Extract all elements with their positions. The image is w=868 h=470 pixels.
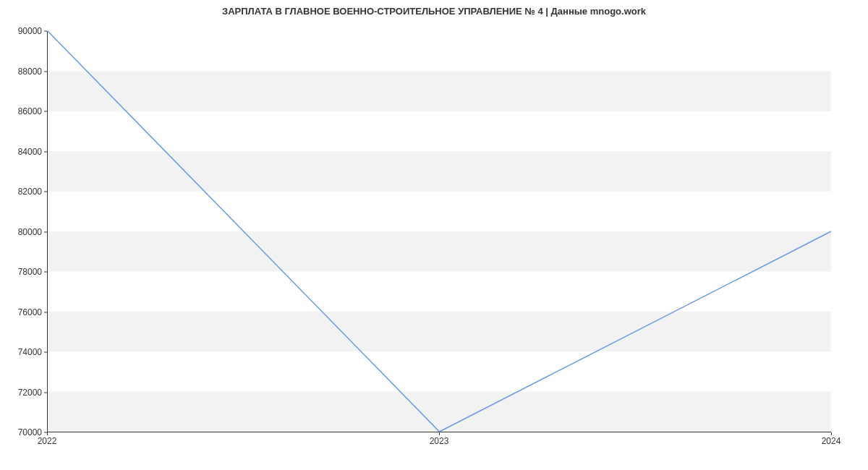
y-tick-mark <box>44 392 47 393</box>
x-tick-mark <box>439 432 440 435</box>
grid-bands <box>48 71 831 432</box>
y-tick-mark <box>44 352 47 353</box>
y-tick-mark <box>44 31 47 32</box>
y-tick-mark <box>44 272 47 273</box>
y-tick-label: 78000 <box>18 267 42 277</box>
y-tick-label: 86000 <box>18 106 42 116</box>
y-tick-mark <box>44 231 47 232</box>
y-tick-label: 80000 <box>18 227 42 237</box>
chart-title: ЗАРПЛАТА В ГЛАВНОЕ ВОЕННО-СТРОИТЕЛЬНОЕ У… <box>0 6 868 17</box>
y-tick-label: 88000 <box>18 67 42 77</box>
y-tick-label: 76000 <box>18 307 42 317</box>
y-tick-mark <box>44 312 47 312</box>
grid-band <box>48 151 831 191</box>
y-tick-label: 90000 <box>18 26 42 36</box>
y-tick-mark <box>44 71 47 72</box>
x-tick-mark <box>831 432 832 435</box>
x-tick-label: 2022 <box>38 436 57 446</box>
y-tick-mark <box>44 192 47 192</box>
y-tick-mark <box>44 111 47 112</box>
y-tick-label: 84000 <box>18 147 42 157</box>
y-tick-label: 74000 <box>18 347 42 357</box>
y-tick-label: 72000 <box>18 388 42 398</box>
y-tick-mark <box>44 151 47 152</box>
x-tick-mark <box>47 432 48 435</box>
grid-band <box>48 71 831 111</box>
salary-line-chart: ЗАРПЛАТА В ГЛАВНОЕ ВОЕННО-СТРОИТЕЛЬНОЕ У… <box>0 0 868 470</box>
x-tick-label: 2023 <box>430 436 449 446</box>
grid-band <box>48 392 831 432</box>
y-tick-label: 82000 <box>18 187 42 197</box>
x-tick-label: 2024 <box>822 436 841 446</box>
grid-band <box>48 231 831 271</box>
chart-svg <box>48 31 831 432</box>
plot-area <box>47 31 831 432</box>
grid-band <box>48 312 831 351</box>
